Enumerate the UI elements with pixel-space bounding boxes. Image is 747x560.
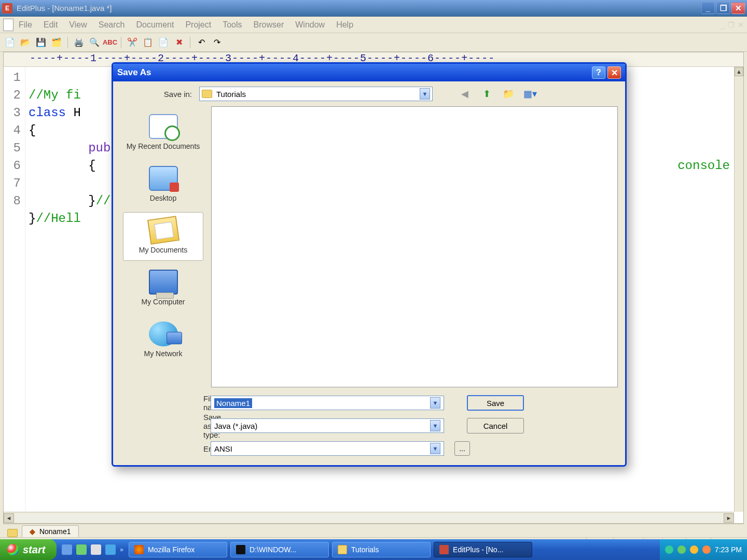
tool-print-icon[interactable]: 🖨️ bbox=[72, 36, 86, 49]
tab-label: Noname1 bbox=[39, 527, 71, 536]
dialog-close-button[interactable]: ✕ bbox=[607, 66, 621, 79]
place-recent-documents[interactable]: My Recent Documents bbox=[123, 108, 203, 157]
scroll-right-icon[interactable]: ► bbox=[724, 513, 734, 523]
quick-launch-icon[interactable] bbox=[76, 544, 87, 555]
mdi-minimize-icon[interactable]: _ bbox=[721, 21, 725, 29]
dialog-titlebar[interactable]: Save As ? ✕ bbox=[113, 64, 625, 81]
tray-icon[interactable] bbox=[665, 545, 673, 554]
tool-save-icon[interactable]: 💾 bbox=[34, 36, 48, 49]
editor-gutter: 1 2 3 4 5 6 7 8 bbox=[4, 67, 25, 512]
mdi-window-controls: _ ❐ ✕ bbox=[721, 21, 744, 29]
taskbar: start » Mozilla Firefox D:\WINDOW... Tut… bbox=[0, 539, 747, 560]
window-minimize-button[interactable]: _ bbox=[701, 3, 715, 14]
code-text: } bbox=[29, 194, 96, 208]
dialog-title: Save As bbox=[117, 67, 590, 78]
tool-redo-icon[interactable]: ↷ bbox=[210, 36, 224, 49]
task-label: EditPlus - [No... bbox=[453, 545, 503, 554]
editor-vertical-scrollbar[interactable]: ▲ bbox=[734, 67, 743, 512]
quick-launch-icon[interactable] bbox=[91, 544, 101, 555]
tool-paste-icon[interactable]: 📄 bbox=[157, 36, 170, 49]
tool-open-icon[interactable]: 📂 bbox=[19, 36, 32, 49]
tool-new-icon[interactable]: 📄 bbox=[3, 36, 17, 49]
tool-spell-icon[interactable]: ABC bbox=[103, 36, 117, 49]
quick-launch-overflow-icon[interactable]: » bbox=[120, 546, 123, 553]
menu-file[interactable]: File bbox=[19, 20, 32, 30]
encoding-combobox[interactable]: ANSI ▼ bbox=[211, 441, 444, 456]
scroll-up-icon[interactable]: ▲ bbox=[735, 67, 743, 76]
task-label: Tutorials bbox=[351, 545, 379, 554]
place-my-network[interactable]: My Network bbox=[123, 316, 203, 365]
task-button-cmd[interactable]: D:\WINDOW... bbox=[230, 542, 329, 557]
dropdown-arrow-icon[interactable]: ▼ bbox=[430, 397, 440, 409]
nav-up-icon[interactable]: ⬆ bbox=[479, 87, 494, 101]
tray-clock[interactable]: 7:23 PM bbox=[715, 545, 742, 554]
place-label: My Recent Documents bbox=[126, 142, 201, 150]
mdi-close-icon[interactable]: ✕ bbox=[738, 21, 744, 29]
menu-tools[interactable]: Tools bbox=[223, 20, 242, 30]
code-text: H bbox=[73, 106, 80, 120]
file-name-combobox[interactable]: Noname1 ▼ bbox=[211, 396, 444, 410]
code-text: { bbox=[29, 123, 36, 137]
save-as-type-combobox[interactable]: Java (*.java) ▼ bbox=[211, 418, 444, 433]
my-computer-icon bbox=[149, 270, 178, 295]
window-maximize-button[interactable]: ❐ bbox=[716, 3, 730, 14]
tool-undo-icon[interactable]: ↶ bbox=[195, 36, 208, 49]
gutter-line: 7 bbox=[4, 175, 21, 192]
tool-cut-icon[interactable]: ✂️ bbox=[126, 36, 139, 49]
save-button[interactable]: Save bbox=[467, 395, 524, 411]
scroll-track[interactable] bbox=[14, 513, 724, 523]
window-close-button[interactable]: ✕ bbox=[731, 3, 745, 14]
tray-icon[interactable] bbox=[677, 545, 686, 554]
save-as-type-label: Save as type: bbox=[120, 413, 203, 439]
directory-icon[interactable] bbox=[7, 529, 18, 537]
start-button[interactable]: start bbox=[0, 539, 57, 560]
file-list-pane[interactable] bbox=[211, 106, 618, 387]
mdi-restore-icon[interactable]: ❐ bbox=[728, 21, 735, 29]
dialog-help-button[interactable]: ? bbox=[592, 66, 605, 79]
cancel-button[interactable]: Cancel bbox=[467, 418, 524, 433]
task-button-tutorials[interactable]: Tutorials bbox=[332, 542, 431, 557]
recent-documents-icon bbox=[149, 114, 178, 139]
task-button-editplus[interactable]: EditPlus - [No... bbox=[434, 542, 532, 557]
gutter-line: 6 bbox=[4, 157, 21, 175]
tray-icon[interactable] bbox=[690, 545, 698, 554]
place-my-computer[interactable]: My Computer bbox=[123, 264, 203, 313]
menu-window[interactable]: Window bbox=[295, 20, 325, 30]
dropdown-arrow-icon[interactable]: ▼ bbox=[430, 420, 440, 431]
menu-view[interactable]: View bbox=[69, 20, 87, 30]
editor-horizontal-scrollbar[interactable]: ◄ ► bbox=[4, 512, 734, 523]
gutter-line: 2 bbox=[4, 87, 21, 104]
save-in-combobox[interactable]: Tutorials ▼ bbox=[199, 87, 433, 101]
tool-saveall-icon[interactable]: 🗂️ bbox=[50, 36, 63, 49]
scroll-left-icon[interactable]: ◄ bbox=[4, 513, 14, 523]
place-my-documents[interactable]: My Documents bbox=[123, 212, 203, 261]
view-menu-icon[interactable]: ▦▾ bbox=[523, 87, 537, 101]
tray-icon[interactable] bbox=[702, 545, 711, 554]
menu-search[interactable]: Search bbox=[99, 20, 125, 30]
quick-launch-icon[interactable] bbox=[62, 544, 72, 555]
new-folder-icon[interactable]: 📁 bbox=[501, 87, 516, 101]
task-label: D:\WINDOW... bbox=[250, 545, 296, 554]
file-name-value: Noname1 bbox=[214, 398, 252, 408]
quick-launch-icon[interactable] bbox=[105, 544, 116, 555]
dropdown-arrow-icon[interactable]: ▼ bbox=[420, 88, 430, 100]
nav-back-icon[interactable]: ◀ bbox=[458, 87, 472, 101]
menu-browser[interactable]: Browser bbox=[254, 20, 284, 30]
task-button-firefox[interactable]: Mozilla Firefox bbox=[129, 542, 227, 557]
place-desktop[interactable]: Desktop bbox=[123, 160, 203, 209]
menu-document[interactable]: Document bbox=[136, 20, 174, 30]
mdi-document-icon[interactable] bbox=[3, 19, 13, 31]
menu-edit[interactable]: Edit bbox=[44, 20, 58, 30]
save-as-type-value: Java (*.java) bbox=[214, 422, 257, 430]
start-label: start bbox=[23, 544, 45, 556]
editplus-icon bbox=[439, 545, 449, 554]
tool-delete-icon[interactable]: ✖ bbox=[172, 36, 186, 49]
dropdown-arrow-icon[interactable]: ▼ bbox=[430, 443, 440, 454]
tool-preview-icon[interactable]: 🔍 bbox=[88, 36, 101, 49]
tool-copy-icon[interactable]: 📋 bbox=[141, 36, 155, 49]
main-window-titlebar: E EditPlus - [Noname1.java *] _ ❐ ✕ bbox=[0, 0, 747, 17]
tab-noname1[interactable]: ◆ Noname1 bbox=[22, 525, 79, 537]
encoding-more-button[interactable]: ... bbox=[454, 441, 470, 456]
menu-help[interactable]: Help bbox=[336, 20, 353, 30]
menu-project[interactable]: Project bbox=[185, 20, 211, 30]
